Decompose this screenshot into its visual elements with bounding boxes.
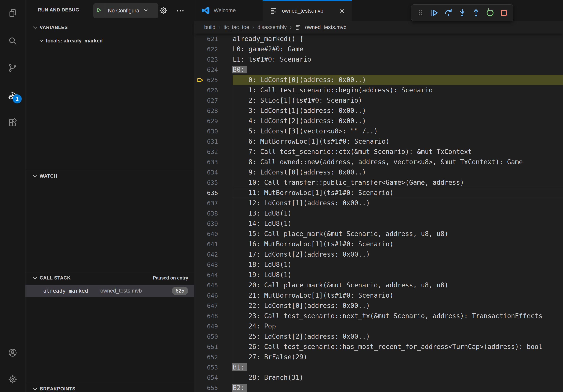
gutter-line-655[interactable]: 655 [194, 383, 233, 392]
code-text[interactable]: 0: LdConst[0](address: 0x00..) [233, 75, 563, 85]
code-text[interactable]: 2: StLoc[1](ts#1#0: Scenario) [233, 95, 563, 105]
code-text[interactable]: 22: LdConst[0](address: 0x00..) [233, 301, 563, 311]
variables-header[interactable]: VARIABLES [26, 22, 194, 33]
drag-handle[interactable] [416, 7, 425, 18]
code-text[interactable]: B1: [233, 362, 563, 372]
gutter-line-645[interactable]: 645 [194, 280, 233, 290]
watch-header[interactable]: WATCH [26, 170, 194, 182]
code-text[interactable]: 11: MutBorrowLoc[1](ts#1#0: Scenario) [233, 188, 563, 198]
gutter-line-651[interactable]: 651 [194, 342, 233, 352]
code-text[interactable]: 12: LdConst[1](address: 0x00..) [233, 198, 563, 208]
gutter-line-631[interactable]: 631 [194, 136, 233, 147]
tab-welcome[interactable]: Welcome [194, 0, 263, 21]
code-text[interactable]: 9: LdConst[0](address: 0x00..) [233, 167, 563, 177]
gutter-line-640[interactable]: 640 [194, 229, 233, 239]
gutter-line-649[interactable]: 649 [194, 321, 233, 331]
step-into-button[interactable] [458, 7, 467, 18]
gutter-line-629[interactable]: 629 [194, 116, 233, 126]
code-text[interactable]: 8: Call owned::new(address, address, vec… [233, 157, 563, 167]
gutter-line-627[interactable]: 627 [194, 95, 233, 105]
gutter-line-623[interactable]: 623 [194, 54, 233, 65]
gutter-line-626[interactable]: 626 [194, 85, 233, 95]
code-text[interactable]: 19: LdU8(1) [233, 270, 563, 280]
activity-item-run-and-debug[interactable]: 1 [0, 86, 25, 106]
gutter-line-625[interactable]: 625 [194, 75, 233, 85]
code-text[interactable]: 14: LdU8(1) [233, 219, 563, 229]
breadcrumb-item[interactable]: disassembly [257, 24, 287, 30]
code-text[interactable]: 6: MutBorrowLoc[1](ts#1#0: Scenario) [233, 136, 563, 147]
breakpoints-header[interactable]: BREAKPOINTS [26, 383, 194, 392]
close-icon[interactable] [339, 8, 345, 14]
code-text[interactable]: 13: LdU8(1) [233, 208, 563, 219]
code-text[interactable]: 4: LdConst[2](address: 0x00..) [233, 116, 563, 126]
gutter-line-639[interactable]: 639 [194, 219, 233, 229]
activity-item-account[interactable] [0, 343, 25, 363]
gutter-line-647[interactable]: 647 [194, 301, 233, 311]
code-text[interactable]: already_marked() { [233, 34, 563, 44]
code-text[interactable]: 7: Call test_scenario::ctx(&mut Scenario… [233, 147, 563, 157]
step-over-button[interactable] [444, 7, 453, 18]
code-text[interactable]: 26: Call test_scenario::has_most_recent_… [233, 342, 563, 352]
gutter-line-635[interactable]: 635 [194, 177, 233, 188]
gutter-line-622[interactable]: 622 [194, 44, 233, 54]
activity-item-extensions[interactable] [0, 113, 25, 133]
gutter-line-646[interactable]: 646 [194, 290, 233, 301]
gutter-line-636[interactable]: 636 [194, 188, 233, 198]
gutter-line-650[interactable]: 650 [194, 331, 233, 342]
gutter-line-637[interactable]: 637 [194, 198, 233, 208]
code-text[interactable]: 3: LdConst[1](address: 0x00..) [233, 105, 563, 116]
gutter-line-643[interactable]: 643 [194, 260, 233, 270]
gutter-line-654[interactable]: 654 [194, 372, 233, 383]
variables-scope-locals[interactable]: locals: already_marked [26, 36, 194, 46]
code-text[interactable]: 23: Call test_scenario::next_tx(&mut Sce… [233, 311, 563, 321]
gutter-line-641[interactable]: 641 [194, 239, 233, 249]
tab-owned-tests[interactable]: owned_tests.mvb [263, 0, 352, 21]
restart-button[interactable] [485, 7, 494, 18]
call-stack-header[interactable]: CALL STACK Paused on entry [26, 272, 194, 284]
code-text[interactable]: B2: [233, 383, 563, 392]
code-text[interactable]: 10: Call transfer::public_transfer<Game>… [233, 177, 563, 188]
breadcrumb-item[interactable]: owned_tests.mvb [305, 24, 346, 30]
activity-item-source-control[interactable] [0, 58, 25, 78]
code-text[interactable]: 21: MutBorrowLoc[1](ts#1#0: Scenario) [233, 290, 563, 301]
breadcrumb-item[interactable]: build [204, 24, 215, 30]
call-stack-frame-row[interactable]: already_marked owned_tests.mvb 625 [26, 285, 194, 297]
gutter-line-652[interactable]: 652 [194, 352, 233, 362]
code-text[interactable]: 24: Pop [233, 321, 563, 331]
continue-button[interactable] [430, 7, 439, 18]
activity-item-explorer[interactable] [0, 4, 25, 24]
code-text[interactable]: 5: LdConst[3](vector<u8>: "" /..) [233, 126, 563, 136]
launch-configuration-dropdown[interactable]: No Configura [93, 3, 158, 18]
code-text[interactable]: 18: LdU8(1) [233, 260, 563, 270]
code-text[interactable]: 25: LdConst[2](address: 0x00..) [233, 331, 563, 342]
code-text[interactable]: 28: Branch(31) [233, 372, 563, 383]
gutter-line-644[interactable]: 644 [194, 270, 233, 280]
code-text[interactable]: 17: LdConst[2](address: 0x00..) [233, 249, 563, 260]
activity-item-settings[interactable] [0, 370, 25, 390]
code-text[interactable]: 1: Call test_scenario::begin(address): S… [233, 85, 563, 95]
code-text[interactable]: B0: [233, 65, 563, 75]
gutter-line-633[interactable]: 633 [194, 157, 233, 167]
code-area[interactable]: 621already_marked() {622L0: game#2#0: Ga… [194, 34, 563, 392]
gutter-line-638[interactable]: 638 [194, 208, 233, 219]
code-text[interactable]: 20: Call place_mark(&mut Scenario, addre… [233, 280, 563, 290]
gutter-line-632[interactable]: 632 [194, 147, 233, 157]
code-text[interactable]: L0: game#2#0: Game [233, 44, 563, 54]
more-actions-icon[interactable] [176, 6, 186, 15]
activity-item-search[interactable] [0, 31, 25, 51]
debug-settings-gear-icon[interactable] [159, 6, 168, 15]
gutter-line-653[interactable]: 653 [194, 362, 233, 372]
code-text[interactable]: 27: BrFalse(29) [233, 352, 563, 362]
gutter-line-648[interactable]: 648 [194, 311, 233, 321]
code-text[interactable]: 15: Call place_mark(&mut Scenario, addre… [233, 229, 563, 239]
gutter-line-624[interactable]: 624 [194, 65, 233, 75]
gutter-line-628[interactable]: 628 [194, 105, 233, 116]
code-text[interactable]: 16: MutBorrowLoc[1](ts#1#0: Scenario) [233, 239, 563, 249]
gutter-line-621[interactable]: 621 [194, 34, 233, 44]
breadcrumb-item[interactable]: tic_tac_toe [223, 24, 249, 30]
gutter-line-634[interactable]: 634 [194, 167, 233, 177]
start-debugging-button[interactable] [93, 3, 105, 18]
code-text[interactable]: L1: ts#1#0: Scenario [233, 54, 563, 65]
gutter-line-630[interactable]: 630 [194, 126, 233, 136]
gutter-line-642[interactable]: 642 [194, 249, 233, 260]
